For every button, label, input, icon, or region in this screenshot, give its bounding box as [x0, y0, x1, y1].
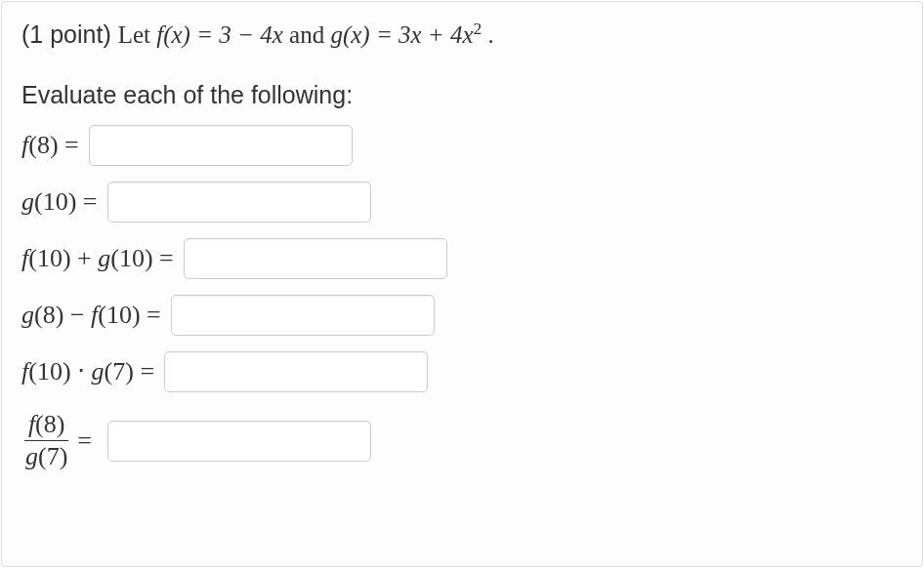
- label-g8-minus-f10: g(8) − f(10) =: [21, 301, 161, 330]
- instruction-text: Evaluate each of the following:: [21, 81, 903, 109]
- label-f10-plus-g10: f(10) + g(10) =: [21, 244, 174, 273]
- row-g10: g(10) =: [21, 180, 903, 224]
- input-f10-plus-g10[interactable]: [184, 238, 447, 279]
- input-g8-minus-f10[interactable]: [171, 295, 435, 336]
- input-f8[interactable]: [89, 125, 353, 166]
- input-f8-div-g7[interactable]: [107, 421, 371, 462]
- label-f8: f(8) =: [21, 131, 79, 160]
- label-f10-times-g7: f(10) ⋅ g(7) =: [21, 356, 154, 386]
- row-g8-minus-f10: g(8) − f(10) =: [21, 293, 903, 338]
- points-label: (1 point): [21, 20, 111, 48]
- stmt-g-expr: g(x) = 3x + 4x: [330, 21, 473, 48]
- problem-statement: (1 point) Let f(x) = 3 − 4x and g(x) = 3…: [21, 16, 903, 54]
- row-f10-times-g7: f(10) ⋅ g(7) =: [21, 349, 903, 394]
- row-f10-plus-g10: f(10) + g(10) =: [21, 236, 903, 281]
- row-f8-div-g7: f(8) g(7) =: [21, 406, 903, 476]
- input-g10[interactable]: [107, 182, 371, 223]
- input-f10-times-g7[interactable]: [164, 351, 428, 392]
- stmt-let: Let: [118, 21, 150, 48]
- label-f8-div-g7: f(8) g(7) =: [21, 411, 98, 471]
- label-g10: g(10) =: [21, 187, 98, 217]
- stmt-period: .: [482, 21, 494, 48]
- stmt-and: and: [289, 21, 324, 48]
- problem-container: (1 point) Let f(x) = 3 − 4x and g(x) = 3…: [1, 1, 923, 567]
- row-f8: f(8) =: [21, 123, 903, 168]
- stmt-f-expr: f(x) = 3 − 4x: [156, 21, 283, 48]
- fraction: f(8) g(7): [21, 411, 71, 471]
